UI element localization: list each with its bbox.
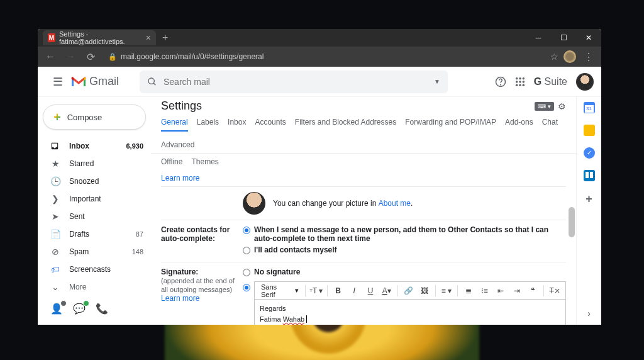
svg-point-7 — [516, 81, 518, 83]
tab-forwarding[interactable]: Forwarding and POP/IMAP — [405, 118, 496, 132]
tab-filters[interactable]: Filters and Blocked Addresses — [295, 118, 396, 132]
link-button[interactable]: 🔗 — [402, 284, 416, 298]
bold-button[interactable]: B — [331, 284, 345, 298]
sidebar-item-inbox[interactable]: Inbox6,930 — [38, 137, 151, 155]
remove-formatting-button[interactable]: T⤫ — [548, 284, 562, 298]
search-options-icon[interactable]: ▼ — [434, 78, 440, 85]
search-input[interactable] — [164, 77, 428, 87]
about-me-link[interactable]: About me — [379, 199, 411, 208]
minimize-button[interactable]: ─ — [526, 29, 551, 47]
bookmark-star-icon[interactable]: ☆ — [550, 52, 558, 62]
chrome-menu-icon[interactable]: ⋮ — [581, 49, 596, 64]
gear-icon[interactable]: ⚙ — [558, 101, 566, 111]
sidebar-item-screencasts[interactable]: 🏷Screencasts — [38, 261, 151, 278]
tab-general[interactable]: General — [161, 118, 188, 132]
main-menu-icon[interactable]: ☰ — [45, 75, 70, 89]
spam-icon: ⊘ — [50, 247, 60, 257]
search-icon[interactable] — [147, 77, 157, 87]
browser-tab[interactable]: M Settings - fatima@addictivetips. × — [43, 30, 156, 45]
add-addon-button[interactable]: + — [586, 193, 592, 206]
indent-less-button[interactable]: ⇤ — [494, 284, 508, 298]
hangouts-contacts-icon[interactable]: 👤 — [50, 303, 63, 315]
bulleted-list-button[interactable]: ⁝≡ — [477, 284, 491, 298]
keep-addon-icon[interactable] — [584, 125, 595, 136]
close-tab-icon[interactable]: × — [146, 33, 151, 43]
close-window-button[interactable]: ✕ — [576, 29, 601, 47]
compose-label: Compose — [67, 113, 103, 122]
quote-button[interactable]: ❝ — [526, 284, 540, 298]
calendar-addon-icon[interactable] — [584, 102, 595, 113]
address-bar[interactable]: 🔒 mail.google.com/mail/u/0/#settings/gen… — [103, 52, 545, 61]
font-select[interactable]: Sans Serif ▾ — [258, 282, 301, 300]
input-tools-icon[interactable]: ⌨ ▾ — [535, 102, 554, 111]
signature-radio-custom[interactable] — [243, 284, 250, 291]
contacts-radio-auto[interactable] — [243, 227, 250, 234]
chrome-profile-avatar[interactable] — [564, 50, 576, 63]
hangouts-chat-icon[interactable]: 💬 — [73, 303, 86, 315]
tab-themes[interactable]: Themes — [191, 157, 218, 170]
svg-line-1 — [153, 83, 155, 85]
search-box[interactable]: ▼ — [140, 70, 448, 93]
apps-grid-icon[interactable] — [515, 77, 525, 87]
important-icon: ❯ — [50, 194, 60, 204]
maximize-button[interactable]: ☐ — [551, 29, 576, 47]
tab-accounts[interactable]: Accounts — [255, 118, 286, 132]
label-icon: 🏷 — [50, 264, 60, 274]
signature-textarea[interactable]: Regards Fatima Wahab — [255, 300, 565, 325]
chevron-down-icon: ▾ — [295, 286, 299, 295]
tab-chat[interactable]: Chat — [542, 118, 558, 132]
underline-button[interactable]: U — [364, 284, 377, 298]
tab-inbox[interactable]: Inbox — [228, 118, 246, 132]
profile-picture[interactable] — [243, 192, 265, 215]
sidebar-item-spam[interactable]: ⊘Spam148 — [38, 243, 151, 261]
lock-icon: 🔒 — [108, 53, 117, 61]
tab-offline[interactable]: Offline — [161, 157, 182, 170]
support-icon[interactable] — [495, 76, 506, 87]
new-tab-button[interactable]: + — [156, 32, 174, 43]
align-button[interactable]: ≡ ▾ — [440, 284, 453, 298]
signature-sublabel: (appended at the end of all outgoing mes… — [161, 277, 235, 293]
sidebar-item-important[interactable]: ❯Important — [38, 190, 151, 208]
tab-labels[interactable]: Labels — [197, 118, 219, 132]
compose-button[interactable]: + Compose — [43, 104, 146, 130]
learn-more-link[interactable]: Learn more — [161, 174, 199, 186]
sidebar-item-starred[interactable]: ★Starred — [38, 155, 151, 172]
signature-radio-none[interactable] — [243, 269, 250, 276]
tasks-addon-icon[interactable] — [584, 147, 595, 159]
sidebar-item-drafts[interactable]: 📄Drafts87 — [38, 225, 151, 243]
indent-more-button[interactable]: ⇥ — [510, 284, 524, 298]
font-size-button[interactable]: TT ▾ — [309, 284, 323, 298]
gmail-logo-text: Gmail — [89, 75, 119, 88]
hangouts-phone-icon[interactable]: 📞 — [96, 303, 108, 315]
contacts-radio-manual[interactable] — [243, 247, 250, 254]
sidebar-item-snoozed[interactable]: 🕒Snoozed — [38, 172, 151, 190]
settings-content: Settings ⌨ ▾ ⚙ General Labels Inbox Acco… — [151, 97, 576, 325]
signature-learn-more-link[interactable]: Learn more — [161, 294, 199, 307]
scrollbar-thumb[interactable] — [569, 207, 575, 237]
reload-button[interactable]: ⟳ — [83, 49, 98, 64]
svg-point-9 — [522, 81, 525, 83]
collapse-panel-icon[interactable]: › — [587, 308, 591, 318]
sidebar-item-sent[interactable]: ➤Sent — [38, 208, 151, 225]
svg-point-0 — [148, 78, 154, 84]
forward-button[interactable]: → — [63, 49, 78, 64]
trello-addon-icon[interactable] — [584, 170, 595, 181]
svg-point-11 — [519, 84, 521, 86]
picture-text: You can change your picture in — [273, 199, 379, 208]
back-button[interactable]: ← — [43, 49, 58, 64]
chrome-window: M Settings - fatima@addictivetips. × + ─… — [38, 29, 601, 325]
account-avatar[interactable] — [576, 73, 594, 91]
settings-tabs: General Labels Inbox Accounts Filters an… — [151, 113, 576, 154]
text-color-button[interactable]: A ▾ — [380, 284, 394, 298]
clock-icon: 🕒 — [50, 176, 60, 186]
italic-button[interactable]: I — [347, 284, 361, 298]
tab-addons[interactable]: Add-ons — [505, 118, 533, 132]
svg-point-3 — [500, 84, 501, 85]
sidebar-item-more[interactable]: ⌄More — [38, 278, 151, 296]
image-button[interactable]: 🖼 — [418, 284, 431, 298]
inbox-icon — [50, 142, 60, 150]
tab-advanced[interactable]: Advanced — [161, 140, 194, 153]
gmail-logo[interactable]: Gmail — [70, 75, 133, 88]
svg-point-10 — [516, 84, 518, 86]
numbered-list-button[interactable]: ≣ — [462, 284, 475, 298]
